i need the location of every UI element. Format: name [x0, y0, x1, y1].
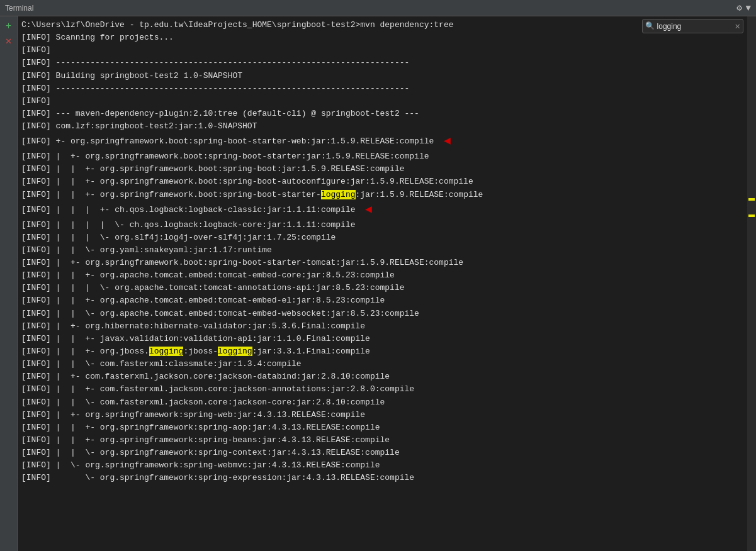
- vertical-scrollbar[interactable]: [747, 16, 756, 551]
- terminal-content: 🔍 ✕ C:\Users\lzf\OneDrive - tp.edu.tw\Id…: [18, 16, 756, 551]
- line-31: [INFO] | +- org.springframework:spring-w…: [21, 409, 752, 421]
- line-21: [INFO] | | | \- org.apache.tomcat:tomcat…: [21, 282, 752, 294]
- line-13: [INFO] | | +- org.springframework.boot:s…: [21, 175, 752, 188]
- line-24: [INFO] | +- org.hibernate:hibernate-vali…: [21, 320, 752, 333]
- line-19: [INFO] | +- org.springframework.boot:spr…: [21, 257, 752, 269]
- search-icon: 🔍: [645, 21, 655, 31]
- line-36: [INFO] \- org.springframework:spring-exp…: [21, 472, 752, 484]
- line-6: [INFO] ---------------------------------…: [21, 82, 752, 95]
- line-34: [INFO] | | \- org.springframework:spring…: [21, 447, 752, 459]
- terminal-output[interactable]: C:\Users\lzf\OneDrive - tp.edu.tw\IdeaPr…: [18, 16, 756, 551]
- line-9: [INFO] com.lzf:springboot-test2:jar:1.0-…: [21, 120, 752, 133]
- highlight-logging-2: logging: [149, 347, 184, 356]
- line-32: [INFO] | | +- org.springframework:spring…: [21, 421, 752, 434]
- line-33: [INFO] | | +- org.springframework:spring…: [21, 434, 752, 447]
- line-14: [INFO] | | +- org.springframework.boot:s…: [21, 189, 752, 201]
- line-30: [INFO] | | \- com.fasterxml.jackson.core…: [21, 396, 752, 409]
- line-5: [INFO] Building springboot-test2 1.0-SNA…: [21, 70, 752, 82]
- add-terminal-button[interactable]: +: [3, 20, 15, 33]
- line-12: [INFO] | | +- org.springframework.boot:s…: [21, 163, 752, 175]
- search-bar[interactable]: 🔍 ✕: [642, 19, 743, 33]
- line-27: [INFO] | | \- com.fasterxml:classmate:ja…: [21, 358, 752, 370]
- line-4: [INFO] ---------------------------------…: [21, 57, 752, 69]
- line-16: [INFO] | | | | \- ch.qos.logback:logback…: [21, 219, 752, 231]
- settings-menu-icon[interactable]: ▼: [746, 3, 751, 13]
- settings-icon[interactable]: ⚙: [736, 3, 742, 13]
- line-20: [INFO] | | +- org.apache.tomcat.embed:to…: [21, 269, 752, 282]
- line-22: [INFO] | | +- org.apache.tomcat.embed:to…: [21, 294, 752, 307]
- line-15: [INFO] | | | +- ch.qos.logback:logback-c…: [21, 201, 752, 219]
- line-28: [INFO] | +- com.fasterxml.jackson.core:j…: [21, 370, 752, 383]
- scroll-marker-2: [748, 214, 755, 217]
- terminal-title: Terminal: [5, 4, 33, 13]
- line-10: [INFO] +- org.springframework.boot:sprin…: [21, 133, 752, 150]
- line-25: [INFO] | | +- javax.validation:validatio…: [21, 333, 752, 345]
- line-35: [INFO] | \- org.springframework:spring-w…: [21, 459, 752, 472]
- highlight-logging-3: logging: [218, 347, 252, 356]
- left-toolbar: + ✕: [0, 16, 18, 551]
- title-bar: Terminal ⚙ ▼: [0, 0, 756, 16]
- line-7: [INFO]: [21, 95, 752, 108]
- line-18: [INFO] | | \- org.yaml:snakeyaml:jar:1.1…: [21, 244, 752, 257]
- line-17: [INFO] | | | \- org.slf4j:log4j-over-slf…: [21, 231, 752, 244]
- line-26: [INFO] | | +- org.jboss.logging:jboss-lo…: [21, 345, 752, 358]
- line-2: [INFO] Scanning for projects...: [21, 31, 752, 44]
- scroll-marker-1: [748, 198, 755, 201]
- search-close-button[interactable]: ✕: [735, 21, 740, 31]
- search-input[interactable]: [657, 22, 733, 31]
- line-11: [INFO] | +- org.springframework.boot:spr…: [21, 150, 752, 163]
- line-3: [INFO]: [21, 44, 752, 57]
- line-29: [INFO] | | +- com.fasterxml.jackson.core…: [21, 383, 752, 396]
- line-8: [INFO] --- maven-dependency-plugin:2.10:…: [21, 108, 752, 120]
- line-23: [INFO] | | \- org.apache.tomcat.embed:to…: [21, 308, 752, 320]
- close-terminal-button[interactable]: ✕: [3, 35, 15, 48]
- highlight-logging-1: logging: [321, 190, 356, 199]
